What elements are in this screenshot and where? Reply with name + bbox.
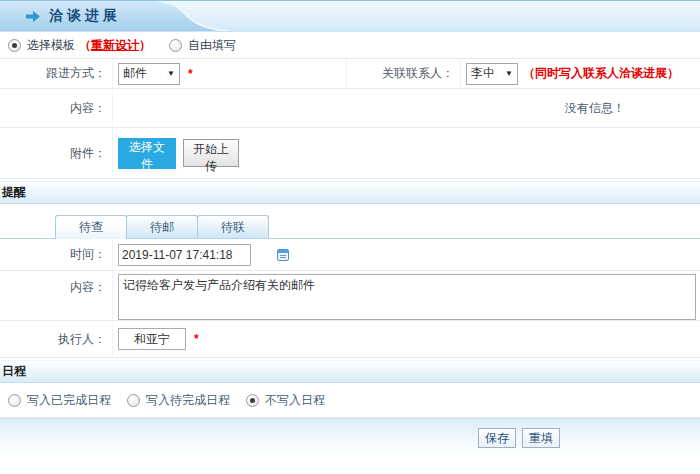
calendar-icon[interactable]: [277, 249, 289, 261]
tab-pending-mail[interactable]: 待邮: [126, 215, 198, 238]
radio-write-completed-schedule[interactable]: [8, 394, 21, 407]
reminder-content-textarea[interactable]: 记得给客户发与产品介绍有关的邮件: [118, 274, 696, 320]
time-row: 时间：: [0, 239, 700, 271]
contact-select[interactable]: 李中 ▼: [466, 63, 518, 85]
reminder-section-header: 提醒: [0, 181, 700, 204]
schedule-options-row: 写入已完成日程 写入待完成日程 不写入日程: [0, 383, 700, 418]
tab-pending-contact[interactable]: 待联: [197, 215, 269, 238]
follow-up-select[interactable]: 邮件 ▼: [118, 63, 180, 85]
follow-up-selected-value: 邮件: [123, 65, 147, 82]
contact-selected-value: 李中: [471, 65, 495, 82]
time-label: 时间：: [0, 239, 113, 270]
chevron-down-icon: ▼: [167, 70, 175, 78]
executor-required-mark: *: [194, 332, 199, 346]
choose-file-button[interactable]: 选择文件: [118, 138, 176, 169]
radio-no-schedule[interactable]: [246, 394, 259, 407]
executor-input[interactable]: [118, 328, 186, 350]
arrow-right-icon: [26, 10, 41, 23]
radio-select-template[interactable]: [8, 39, 21, 52]
reminder-content-label: 内容：: [0, 271, 113, 320]
attachment-row: 附件： 选择文件 开始上传: [0, 128, 700, 179]
no-info-message: 没有信息！: [565, 100, 625, 117]
redesign-paren-open: （: [79, 37, 91, 54]
follow-up-label: 跟进方式：: [0, 59, 113, 88]
tab-pending-check[interactable]: 待查: [55, 215, 127, 239]
radio-free-fill[interactable]: [169, 39, 182, 52]
write-pending-schedule-label: 写入待完成日程: [146, 392, 230, 409]
executor-label: 执行人：: [0, 321, 113, 357]
redesign-link[interactable]: 重新设计: [91, 37, 139, 54]
schedule-section-header: 日程: [0, 360, 700, 383]
template-choice-row: 选择模板 （重新设计） 自由填写: [0, 32, 700, 59]
write-completed-schedule-label: 写入已完成日程: [27, 392, 111, 409]
action-bar: 保存 重填: [0, 418, 700, 456]
select-template-label: 选择模板: [27, 37, 75, 54]
no-schedule-label: 不写入日程: [265, 392, 325, 409]
chevron-down-icon: ▼: [505, 70, 513, 78]
content-row: 内容： 没有信息！: [0, 89, 700, 128]
content-label: 内容：: [0, 89, 113, 127]
start-upload-button[interactable]: 开始上传: [183, 139, 239, 167]
redesign-paren-close: ）: [139, 37, 151, 54]
radio-write-pending-schedule[interactable]: [127, 394, 140, 407]
time-input-wrap: [118, 244, 251, 266]
executor-row: 执行人： *: [0, 321, 700, 358]
page-title: 洽谈进展: [49, 7, 121, 25]
contact-label: 关联联系人：: [347, 59, 461, 88]
contact-note: （同时写入联系人洽谈进展）: [523, 65, 679, 82]
negotiation-progress-page: 洽谈进展 选择模板 （重新设计） 自由填写 跟进方式： 邮件 ▼ * 关联联系人…: [0, 0, 700, 474]
time-input[interactable]: [122, 248, 277, 262]
reset-button[interactable]: 重填: [522, 428, 560, 448]
attachment-label: 附件：: [0, 128, 113, 178]
follow-up-required-mark: *: [188, 67, 193, 81]
reminder-content-row: 内容： 记得给客户发与产品介绍有关的邮件: [0, 271, 700, 321]
free-fill-label: 自由填写: [188, 37, 236, 54]
save-button[interactable]: 保存: [478, 428, 516, 448]
follow-up-row: 跟进方式： 邮件 ▼ * 关联联系人： 李中 ▼ （同时写入联系人洽谈进展）: [0, 59, 700, 89]
reminder-tabs: 待查 待邮 待联: [0, 204, 700, 239]
page-header: 洽谈进展: [0, 0, 700, 32]
